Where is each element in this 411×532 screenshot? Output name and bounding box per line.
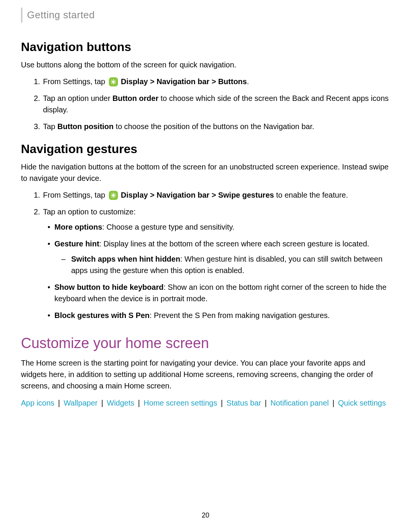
- nav-buttons-intro: Use buttons along the bottom of the scre…: [21, 59, 390, 70]
- text: : Choose a gesture type and sensitivity.: [102, 223, 235, 231]
- sep: |: [99, 399, 105, 407]
- text-bold: Switch apps when hint hidden: [71, 255, 180, 263]
- breadcrumb: Getting started: [27, 9, 95, 21]
- link-widgets[interactable]: Widgets: [107, 399, 134, 407]
- link-app-icons[interactable]: App icons: [21, 399, 54, 407]
- link-status-bar[interactable]: Status bar: [226, 399, 261, 407]
- display-icon: [109, 77, 118, 86]
- svg-line-6: [115, 83, 115, 83]
- svg-line-15: [115, 197, 115, 197]
- svg-line-14: [112, 193, 112, 194]
- heading-navigation-buttons: Navigation buttons: [21, 38, 390, 56]
- text: : Display lines at the bottom of the scr…: [99, 240, 369, 248]
- display-icon: [109, 191, 118, 200]
- svg-point-9: [112, 194, 115, 197]
- text: Tap an option under: [43, 94, 112, 102]
- svg-line-17: [115, 193, 115, 194]
- text-bold: Display > Navigation bar > Swipe gesture…: [121, 191, 274, 199]
- sep: |: [56, 399, 62, 407]
- svg-line-7: [112, 83, 112, 83]
- text-bold: Display > Navigation bar > Buttons: [121, 77, 247, 86]
- text: Tap: [43, 122, 57, 131]
- header-bar: Getting started: [21, 8, 390, 22]
- nav-gestures-intro: Hide the navigation buttons at the botto…: [21, 161, 390, 184]
- text-bold: Show button to hide keyboard: [54, 283, 164, 291]
- list-item: Gesture hint: Display lines at the botto…: [54, 238, 390, 276]
- gesture-hint-sub: Switch apps when hint hidden: When gestu…: [54, 253, 390, 276]
- text-bold: Gesture hint: [54, 240, 99, 248]
- link-home-screen-settings[interactable]: Home screen settings: [143, 399, 217, 407]
- text: : Prevent the S Pen from making navigati…: [150, 311, 330, 320]
- sep: |: [330, 399, 336, 407]
- svg-line-5: [112, 80, 112, 80]
- nav-gestures-steps: From Settings, tap Display > Navigation …: [21, 189, 390, 321]
- svg-point-0: [112, 81, 115, 83]
- list-item: Tap an option to customize: More options…: [42, 206, 390, 321]
- text: Tap an option to customize:: [43, 208, 135, 216]
- text: .: [247, 77, 249, 86]
- text: to choose the position of the buttons on…: [114, 122, 314, 131]
- sep: |: [136, 399, 142, 407]
- text-bold: Block gestures with S Pen: [54, 311, 150, 320]
- list-item: Switch apps when hint hidden: When gestu…: [71, 253, 390, 276]
- text: From Settings, tap: [43, 77, 107, 86]
- link-wallpaper[interactable]: Wallpaper: [64, 399, 97, 407]
- list-item: From Settings, tap Display > Navigation …: [42, 76, 390, 87]
- page: Getting started Navigation buttons Use b…: [0, 0, 411, 532]
- list-item: From Settings, tap Display > Navigation …: [42, 189, 390, 201]
- text-bold: More options: [54, 223, 102, 231]
- sep: |: [219, 399, 225, 407]
- heading-customize-home: Customize your home screen: [21, 332, 390, 354]
- list-item: Block gestures with S Pen: Prevent the S…: [54, 310, 390, 321]
- text-bold: Button order: [112, 94, 158, 102]
- link-quick-settings[interactable]: Quick settings: [338, 399, 386, 407]
- nav-buttons-steps: From Settings, tap Display > Navigation …: [21, 76, 390, 132]
- heading-navigation-gestures: Navigation gestures: [21, 140, 390, 158]
- list-item: Tap an option under Button order to choo…: [42, 93, 390, 115]
- customize-options: More options: Choose a gesture type and …: [43, 221, 390, 321]
- text-bold: Button position: [57, 122, 114, 131]
- svg-line-8: [115, 80, 115, 80]
- svg-line-16: [112, 197, 112, 197]
- list-item: Show button to hide keyboard: Show an ic…: [54, 281, 390, 304]
- sep: |: [263, 399, 269, 407]
- text: From Settings, tap: [43, 191, 107, 199]
- list-item: More options: Choose a gesture type and …: [54, 221, 390, 233]
- list-item: Tap Button position to choose the positi…: [42, 121, 390, 132]
- page-number: 20: [0, 510, 411, 521]
- link-notification-panel[interactable]: Notification panel: [271, 399, 329, 407]
- customize-links: App icons | Wallpaper | Widgets | Home s…: [21, 397, 390, 409]
- text: to enable the feature.: [274, 191, 348, 199]
- customize-intro: The Home screen is the starting point fo…: [21, 357, 390, 391]
